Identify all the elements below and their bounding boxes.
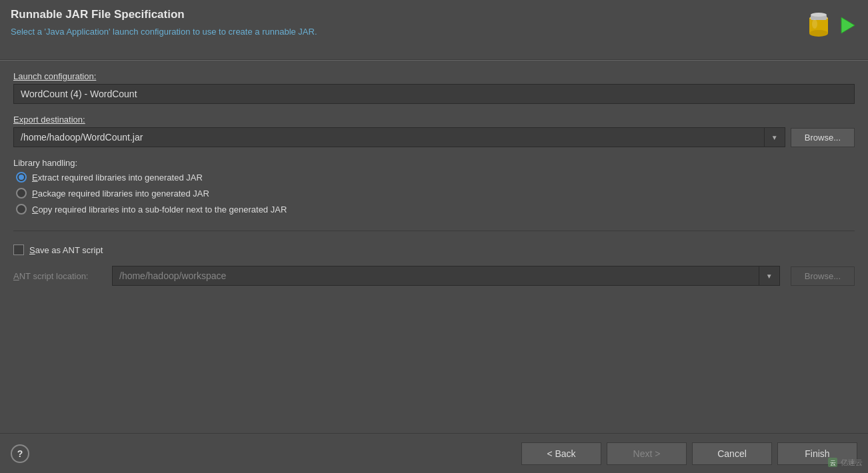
play-icon: [836, 15, 857, 36]
radio-extract-underline: E: [32, 173, 38, 183]
footer-left: ?: [11, 444, 29, 463]
library-handling-label: Library handling:: [13, 158, 855, 168]
export-dest-label: Export destination:: [13, 115, 855, 125]
ant-underline-s: S: [29, 245, 35, 255]
radio-copy-underline: C: [32, 205, 38, 215]
dialog: Runnable JAR File Specification Select a…: [0, 0, 868, 473]
ant-location-combo: ▼: [112, 266, 780, 286]
dialog-content: Launch configuration: Export destination…: [0, 61, 868, 433]
launch-config-label: Launch configuration:: [13, 71, 855, 81]
ant-location-section: ANT script location: ▼ Browse...: [13, 266, 855, 286]
footer-buttons: < Back Next > Cancel Finish: [521, 442, 857, 465]
radio-package-circle: [16, 188, 27, 199]
export-dest-row: ▼ Browse...: [13, 127, 855, 147]
export-browse-button[interactable]: Browse...: [791, 128, 855, 147]
cancel-button[interactable]: Cancel: [692, 442, 772, 465]
dialog-footer: ? < Back Next > Cancel Finish: [0, 433, 868, 473]
header-left: Runnable JAR File Specification Select a…: [11, 8, 317, 37]
library-handling-section: Library handling: Extract required libra…: [13, 158, 855, 215]
radio-copy[interactable]: Copy required libraries into a sub-folde…: [16, 204, 855, 215]
export-dest-section: Export destination: ▼ Browse...: [13, 115, 855, 147]
svg-marker-6: [841, 17, 855, 33]
svg-point-5: [812, 19, 817, 29]
dropdown-arrow-icon: ▼: [771, 134, 778, 141]
launch-config-section: Launch configuration:: [13, 71, 855, 104]
svg-point-2: [809, 30, 828, 37]
ant-underline-a: A: [13, 271, 19, 281]
radio-copy-label: Copy required libraries into a sub-folde…: [32, 205, 287, 215]
radio-extract-label: Extract required libraries into generate…: [32, 173, 203, 183]
radio-extract-circle: [16, 172, 27, 183]
watermark: 云 亿速云: [827, 457, 863, 468]
radio-package-label: Package required libraries into generate…: [32, 189, 209, 199]
radio-package-underline: P: [32, 189, 38, 199]
ant-location-label: ANT script location:: [13, 271, 107, 281]
export-dest-input[interactable]: [13, 127, 764, 147]
help-button[interactable]: ?: [11, 444, 29, 463]
ant-location-row: ANT script location: ▼ Browse...: [13, 266, 855, 286]
ant-location-dropdown-btn[interactable]: ▼: [759, 266, 780, 286]
ant-script-checkbox[interactable]: [13, 244, 24, 255]
launch-config-input[interactable]: [13, 84, 855, 104]
ant-script-label[interactable]: Save as ANT script: [29, 245, 103, 255]
radio-package[interactable]: Package required libraries into generate…: [16, 188, 855, 199]
header-icons: [804, 11, 857, 40]
dialog-subtitle: Select a 'Java Application' launch confi…: [11, 27, 317, 37]
next-button[interactable]: Next >: [607, 442, 687, 465]
ant-location-input[interactable]: [112, 266, 759, 286]
svg-point-4: [811, 13, 827, 17]
back-button[interactable]: < Back: [521, 442, 601, 465]
export-dest-combo: ▼: [13, 127, 785, 147]
ant-script-section: Save as ANT script: [13, 244, 855, 255]
dialog-title: Runnable JAR File Specification: [11, 8, 317, 21]
ant-browse-button[interactable]: Browse...: [791, 266, 855, 286]
radio-extract[interactable]: Extract required libraries into generate…: [16, 172, 855, 183]
radio-copy-circle: [16, 204, 27, 215]
dialog-header: Runnable JAR File Specification Select a…: [0, 0, 868, 60]
watermark-icon: 云: [827, 457, 838, 468]
library-handling-radio-group: Extract required libraries into generate…: [13, 172, 855, 215]
ant-checkbox-row: Save as ANT script: [13, 244, 855, 255]
jar-icon: [804, 11, 833, 40]
svg-text:云: 云: [830, 460, 836, 466]
export-dest-dropdown-btn[interactable]: ▼: [764, 127, 785, 147]
ant-dropdown-arrow-icon: ▼: [766, 272, 773, 280]
section-divider: [13, 231, 855, 231]
